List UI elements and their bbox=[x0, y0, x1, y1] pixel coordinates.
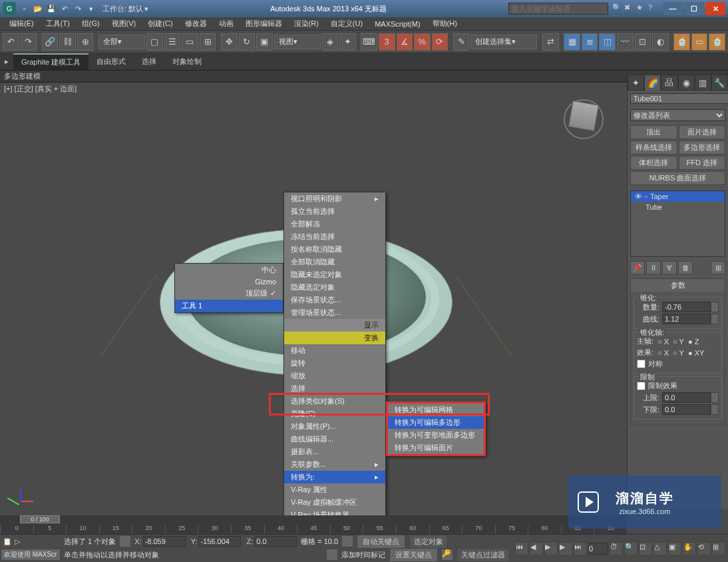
checkbox-limit-effect[interactable] bbox=[637, 382, 645, 390]
time-slider[interactable]: 0 / 100 bbox=[0, 515, 627, 525]
time-ruler[interactable]: 0 5 10 15 20 25 30 35 40 45 50 55 60 65 … bbox=[0, 525, 627, 534]
tab-utilities-icon[interactable]: 🔧 bbox=[711, 75, 728, 91]
redo-icon[interactable]: ↷ bbox=[72, 3, 84, 15]
link-button[interactable]: 🔗 bbox=[42, 33, 59, 51]
menu-item-save-scene-state[interactable]: 保存场景状态... bbox=[284, 294, 385, 306]
snap-toggle-button[interactable]: 3 bbox=[379, 33, 395, 51]
set-key-button[interactable]: 设置关键点 bbox=[389, 548, 438, 562]
menu-item-move[interactable]: 移动 bbox=[284, 344, 385, 357]
stack-item-tube[interactable]: Tube bbox=[631, 202, 725, 212]
align-button[interactable]: ▦ bbox=[564, 33, 580, 51]
selection-filter-dropdown[interactable]: 全部 ▾ bbox=[98, 35, 145, 49]
sel-btn-2[interactable]: 样条线选择 bbox=[630, 140, 677, 154]
schematic-view-button[interactable]: ⊡ bbox=[635, 33, 651, 51]
sel-btn-4[interactable]: 体积选择 bbox=[630, 156, 677, 170]
maxscript-mini-icon[interactable]: 📋 bbox=[3, 537, 12, 546]
menu-item-vray-vfb[interactable]: V-Ray 虚拟帧缓冲区 bbox=[284, 496, 385, 509]
exchange-icon[interactable]: ✖ bbox=[624, 3, 635, 14]
scale-button[interactable]: ▣ bbox=[256, 33, 273, 51]
material-editor-button[interactable]: ◐ bbox=[652, 33, 669, 51]
menu-item-gizmo[interactable]: Gizmo bbox=[175, 276, 283, 287]
menu-help[interactable]: 帮助(H) bbox=[427, 17, 462, 30]
radio-effect-x[interactable]: ○ X bbox=[657, 349, 669, 357]
coord-z-input[interactable] bbox=[254, 536, 297, 547]
checkbox-symmetry[interactable] bbox=[637, 360, 645, 368]
menu-item-hide-selection[interactable]: 隐藏选定对象 bbox=[284, 281, 385, 294]
percent-snap-button[interactable]: % bbox=[414, 33, 431, 51]
prev-frame-icon[interactable]: ◀ bbox=[530, 542, 543, 555]
current-frame-input[interactable] bbox=[588, 543, 608, 555]
menu-item-wire-params[interactable]: 关联参数...▸ bbox=[284, 458, 385, 471]
menu-customize[interactable]: 自定义(U) bbox=[325, 17, 368, 30]
render-frame-button[interactable]: ▭ bbox=[691, 33, 708, 51]
tab-hierarchy-icon[interactable]: 品 bbox=[661, 75, 677, 91]
open-icon[interactable]: 📂 bbox=[32, 3, 44, 15]
rotate-button[interactable]: ↻ bbox=[239, 33, 256, 51]
make-unique-icon[interactable]: ∀ bbox=[662, 261, 677, 274]
rollout-header-params[interactable]: 参数 bbox=[631, 279, 725, 292]
coord-x-input[interactable] bbox=[143, 536, 186, 547]
menu-rendering[interactable]: 渲染(R) bbox=[289, 17, 324, 30]
named-selection-dropdown[interactable]: 创建选择集 ▾ bbox=[470, 35, 537, 49]
menu-item-top-level[interactable]: 顶层级✓ bbox=[175, 287, 283, 300]
radio-effect-xy[interactable]: ● XY bbox=[688, 349, 704, 357]
spinner-arrows-curve[interactable] bbox=[711, 314, 719, 324]
menu-item-curve-editor[interactable]: 曲线编辑器... bbox=[284, 433, 385, 445]
render-button[interactable]: 🍵 bbox=[709, 33, 725, 51]
layer-manager-button[interactable]: ≣ bbox=[582, 33, 598, 51]
save-icon[interactable]: 💾 bbox=[45, 3, 57, 15]
tab-create-icon[interactable]: ✦ bbox=[628, 75, 644, 91]
maxscript-listener-tab[interactable]: 欢迎使用 MAXScr bbox=[1, 549, 61, 561]
menu-item-dope-sheet[interactable]: 摄影表... bbox=[284, 445, 385, 458]
select-manipulate-button[interactable]: ✦ bbox=[339, 33, 356, 51]
menu-item-vray-properties[interactable]: V-Ray 属性 bbox=[284, 483, 385, 496]
remove-modifier-icon[interactable]: 🗑 bbox=[678, 261, 693, 274]
minimize-button[interactable]: — bbox=[663, 2, 683, 15]
menu-item-freeze-selection[interactable]: 冻结当前选择 bbox=[284, 230, 385, 243]
menu-group[interactable]: 组(G) bbox=[77, 17, 105, 30]
key-filters-button[interactable]: 关键点过滤器 bbox=[456, 548, 510, 562]
spinner-arrows-upper[interactable] bbox=[711, 392, 719, 403]
tab-graphite[interactable]: Graphite 建模工具 bbox=[13, 53, 89, 70]
auto-key-button[interactable]: 自动关键点 bbox=[357, 535, 405, 549]
unlink-button[interactable]: ⛓ bbox=[59, 33, 76, 51]
time-slider-handle[interactable]: 0 / 100 bbox=[20, 515, 60, 523]
menu-item-scale[interactable]: 缩放 bbox=[284, 370, 385, 382]
tab-freeform[interactable]: 自由形式 bbox=[89, 54, 134, 69]
goto-end-icon[interactable]: ⏭ bbox=[574, 542, 587, 555]
isolate-toggle-icon[interactable] bbox=[342, 536, 353, 547]
modifier-stack[interactable]: 👁 ◦ Taper Tube bbox=[630, 190, 725, 257]
ref-coord-dropdown[interactable]: 视图 ▾ bbox=[274, 35, 321, 49]
viewport-nav-zoomext-icon[interactable]: ▣ bbox=[668, 542, 681, 555]
play-icon[interactable]: ▶ bbox=[544, 542, 558, 555]
sel-btn-5[interactable]: FFD 选择 bbox=[679, 156, 726, 170]
maximize-button[interactable]: ☐ bbox=[684, 2, 704, 15]
spinner-lower[interactable] bbox=[662, 404, 711, 415]
menu-item-unfreeze-all[interactable]: 全部解冻 bbox=[284, 218, 385, 230]
view-cube[interactable] bbox=[560, 96, 607, 142]
tab-modify-icon[interactable]: 🌈 bbox=[644, 75, 661, 91]
undo-icon[interactable]: ↶ bbox=[59, 3, 71, 15]
menu-item-convert-to[interactable]: 转换为:▸ bbox=[284, 471, 385, 483]
spinner-snap-button[interactable]: ⟳ bbox=[432, 33, 449, 51]
undo-button[interactable]: ↶ bbox=[3, 33, 19, 51]
spinner-arrows-lower[interactable] bbox=[711, 404, 719, 415]
sel-btn-0[interactable]: 顶出 bbox=[630, 125, 677, 139]
viewport-nav-zoomall-icon[interactable]: ⊡ bbox=[639, 542, 652, 555]
menu-item-unhide-by-name[interactable]: 按名称取消隐藏 bbox=[284, 243, 385, 256]
move-button[interactable]: ✥ bbox=[221, 33, 238, 51]
menu-create[interactable]: 创建(C) bbox=[142, 17, 178, 30]
angle-snap-button[interactable]: ∡ bbox=[397, 33, 413, 51]
new-icon[interactable]: ▫ bbox=[19, 3, 31, 15]
menu-tools[interactable]: 工具(T) bbox=[41, 17, 75, 30]
radio-primary-y[interactable]: ○ Y bbox=[673, 338, 684, 346]
sel-btn-3[interactable]: 多边形选择 bbox=[679, 140, 726, 154]
radio-effect-y[interactable]: ○ Y bbox=[673, 349, 684, 357]
workspace-selector[interactable]: 工作台: 默认 bbox=[102, 4, 143, 14]
keyboard-shortcut-button[interactable]: ⌨ bbox=[361, 33, 377, 51]
tab-object-paint[interactable]: 对象绘制 bbox=[164, 54, 210, 69]
pin-stack-icon[interactable]: 📌 bbox=[630, 261, 645, 274]
tab-selection[interactable]: 选择 bbox=[134, 54, 164, 69]
menu-item-convert-patch[interactable]: 转换为可编辑面片 bbox=[388, 441, 484, 454]
eye-icon[interactable]: 👁 bbox=[635, 192, 642, 200]
